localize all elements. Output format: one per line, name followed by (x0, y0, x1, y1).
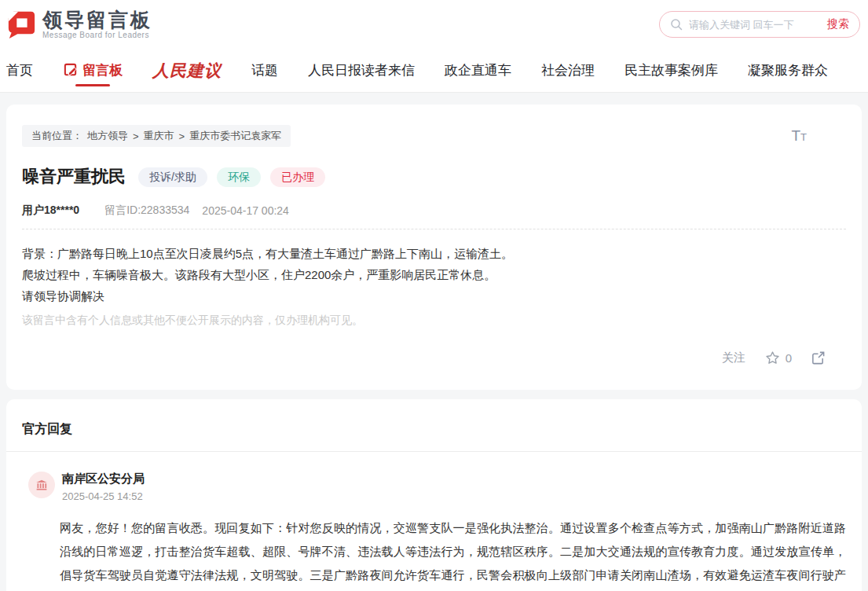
breadcrumb-link-local-leaders[interactable]: 地方领导 (87, 129, 128, 143)
content-line: 请领导协调解决 (22, 285, 846, 307)
star-button[interactable]: 0 (764, 350, 792, 366)
nav-item-social-governance[interactable]: 社会治理 (541, 49, 595, 92)
breadcrumb-separator: > (133, 130, 139, 142)
message-title: 噪音严重扰民 (22, 165, 126, 189)
message-user: 用户18****0 (22, 204, 79, 218)
message-content: 背景：广黔路每日晚上10点至次日凌晨约5点，有大量渣土车通过广黔路上下南山，运输… (22, 243, 846, 307)
message-date: 2025-04-17 00:24 (202, 204, 289, 217)
tag-status-handled: 已办理 (270, 167, 325, 187)
nav-label: 人民日报读者来信 (308, 61, 415, 79)
top-header: 领导留言板 Message Board for Leaders 搜索 (0, 0, 868, 49)
breadcrumb-separator: > (179, 130, 185, 142)
nav-label: 民主故事案例库 (624, 61, 718, 79)
breadcrumb-link-secretary[interactable]: 重庆市委书记袁家军 (189, 129, 281, 143)
content-line: 背景：广黔路每日晚上10点至次日凌晨约5点，有大量渣土车通过广黔路上下南山，运输… (22, 243, 846, 264)
reply-content: 网友，您好！您的留言收悉。现回复如下：针对您反映的情况，交巡警支队一是强化执法整… (60, 516, 846, 591)
font-size-large-letter: T (791, 127, 800, 144)
search-input[interactable] (689, 19, 821, 31)
logo-icon (6, 9, 36, 39)
building-icon (35, 478, 49, 492)
main-nav: 首页 留言板 人民建议 话题 人民日报读者来信 政企直通车 社会治理 民主故事案… (0, 49, 868, 93)
nav-item-democracy-cases[interactable]: 民主故事案例库 (624, 49, 718, 92)
breadcrumb-prefix: 当前位置： (31, 129, 82, 143)
nav-item-people-suggestions[interactable]: 人民建议 (152, 49, 222, 92)
logo-subtitle: Message Board for Leaders (42, 31, 152, 39)
main-content: 当前位置： 地方领导 > 重庆市 > 重庆市委书记袁家军 TT 噪音严重扰民 投… (0, 93, 868, 591)
content-line: 爬坡过程中，车辆噪音极大。该路段有大型小区，住户2200余户，严重影响居民正常休… (22, 264, 846, 285)
nav-label: 留言板 (82, 61, 123, 79)
font-size-small-letter: T (800, 131, 807, 143)
share-icon (811, 351, 826, 365)
share-button[interactable] (811, 351, 826, 365)
breadcrumb: 当前位置： 地方领导 > 重庆市 > 重庆市委书记袁家军 (22, 125, 291, 147)
edit-icon (63, 63, 78, 78)
nav-label: 人民建议 (152, 60, 222, 82)
search-button[interactable]: 搜索 (827, 17, 849, 31)
nav-item-topics[interactable]: 话题 (251, 49, 278, 92)
agency-name[interactable]: 南岸区公安分局 (62, 472, 145, 486)
tag-complaint-help: 投诉/求助 (138, 167, 207, 187)
nav-item-home[interactable]: 首页 (6, 49, 33, 92)
breadcrumb-link-chongqing[interactable]: 重庆市 (144, 129, 174, 143)
search-box: 搜索 (659, 11, 860, 38)
logo-title: 领导留言板 (42, 9, 152, 30)
font-size-icon[interactable]: TT (791, 127, 807, 145)
dashed-divider (22, 229, 846, 229)
agency-avatar (28, 472, 55, 498)
message-id: 留言ID:22833534 (104, 204, 189, 218)
tag-environment: 环保 (217, 167, 261, 187)
star-count: 0 (786, 351, 792, 365)
reply-date: 2025-04-25 14:52 (62, 490, 145, 502)
site-logo[interactable]: 领导留言板 Message Board for Leaders (6, 9, 152, 39)
nav-label: 社会治理 (541, 61, 595, 79)
follow-button[interactable]: 关注 (722, 351, 745, 365)
nav-label: 话题 (251, 61, 278, 79)
nav-label: 首页 (6, 61, 33, 79)
nav-label: 凝聚服务群众 (748, 61, 828, 79)
nav-item-gov-business[interactable]: 政企直通车 (445, 49, 511, 92)
reply-section-title: 官方回复 (6, 421, 862, 438)
privacy-note: 该留言中含有个人信息或其他不便公开展示的内容，仅办理机构可见。 (22, 314, 846, 328)
active-tab-indicator (75, 84, 110, 86)
nav-label: 政企直通车 (445, 61, 511, 79)
star-icon (764, 350, 781, 366)
nav-item-serve-masses[interactable]: 凝聚服务群众 (748, 49, 828, 92)
message-card: 当前位置： 地方领导 > 重庆市 > 重庆市委书记袁家军 TT 噪音严重扰民 投… (6, 105, 862, 390)
nav-item-message-board[interactable]: 留言板 (63, 49, 123, 92)
nav-item-reader-letters[interactable]: 人民日报读者来信 (308, 49, 415, 92)
official-reply-card: 官方回复 南岸 (6, 399, 862, 591)
search-icon (670, 18, 683, 31)
